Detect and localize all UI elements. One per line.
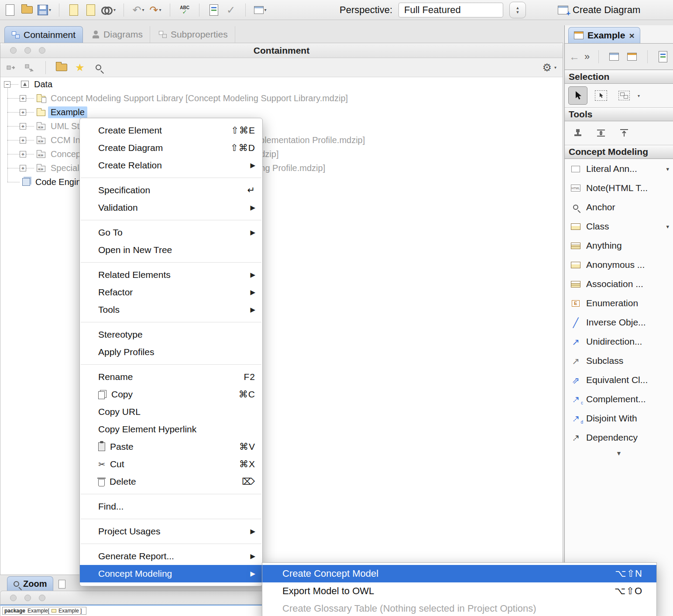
menu-item-delete[interactable]: Delete⌦: [80, 473, 262, 490]
palette-item-unidirectional-association[interactable]: ↗ Unidirection...: [565, 332, 673, 351]
stamp-tool-button[interactable]: [568, 124, 587, 142]
submenu-item-create-concept-model[interactable]: Create Concept Model ⌥⇧N: [262, 565, 656, 582]
spelling-button[interactable]: ABC ✓: [178, 3, 191, 17]
palette-more-button[interactable]: ▼: [565, 447, 673, 459]
marquee-select-button[interactable]: [591, 86, 611, 105]
menu-item-apply-profiles[interactable]: Apply Profiles: [80, 343, 262, 361]
documentation-tab-icon[interactable]: [58, 580, 65, 589]
palette-item-disjoint-with[interactable]: ⇢d Disjoint With: [565, 409, 673, 428]
tree-label[interactable]: Concept Modeling Support Library [Concep…: [48, 92, 350, 104]
tree-row-support-library[interactable]: + Concept Modeling Support Library [Conc…: [0, 91, 563, 105]
menu-item-find[interactable]: Find...: [80, 498, 262, 515]
open-project-button[interactable]: [21, 3, 34, 17]
menu-item-tools[interactable]: Tools▶: [80, 301, 262, 318]
collapse-expander-icon[interactable]: −: [4, 81, 10, 88]
menu-item-open-in-new-tree[interactable]: Open in New Tree: [80, 241, 262, 259]
palette-item-association-class[interactable]: Association ...: [565, 274, 673, 294]
tree-label[interactable]: Data: [31, 79, 55, 90]
menu-item-create-relation[interactable]: Create Relation▶: [80, 157, 262, 174]
tree-row-example[interactable]: + Example: [0, 105, 563, 119]
copy-diagram-button[interactable]: ▾: [254, 3, 267, 17]
commit-check-button[interactable]: ✓: [224, 3, 237, 17]
save-project-button[interactable]: ▾: [38, 3, 51, 17]
menu-item-create-diagram[interactable]: Create Diagram⇧⌘D: [80, 139, 262, 157]
perspective-select[interactable]: Full Featured: [398, 3, 503, 17]
menu-item-go-to[interactable]: Go To▶: [80, 224, 262, 241]
multi-select-button[interactable]: [615, 86, 634, 105]
print-button[interactable]: [67, 3, 80, 17]
tab-subproperties[interactable]: Subproperties: [152, 26, 235, 43]
palette-item-anything[interactable]: Anything: [565, 236, 673, 255]
palette-item-anonymous-class[interactable]: Anonymous ...: [565, 255, 673, 274]
palette-item-anchor[interactable]: Anchor: [565, 198, 673, 217]
menu-item-paste[interactable]: Paste⌘V: [80, 438, 262, 455]
palette-item-dependency[interactable]: ⇢ Dependency: [565, 428, 673, 447]
palette-item-inverse-object-property[interactable]: ╱ Inverse Obje...: [565, 313, 673, 332]
menu-item-rename[interactable]: RenameF2: [80, 368, 262, 386]
tab-example-diagram[interactable]: Example ×: [568, 27, 640, 43]
chevron-down-icon[interactable]: ▾: [666, 166, 669, 172]
back-arrow-icon[interactable]: ←: [569, 51, 580, 62]
redo-button[interactable]: ↷▾: [149, 3, 162, 17]
menu-item-cut[interactable]: ✂Cut⌘X: [80, 455, 262, 473]
show-containment-button[interactable]: [608, 49, 621, 64]
submenu-item-export-model-to-owl[interactable]: Export Model to OWL ⌥⇧O: [262, 582, 656, 600]
close-icon[interactable]: ×: [629, 31, 634, 40]
palette-item-class[interactable]: Class ▾: [565, 217, 673, 236]
palette-item-complement[interactable]: ⇢c Complement...: [565, 390, 673, 409]
diagram-properties-button[interactable]: [625, 49, 639, 64]
palette-item-note-html[interactable]: HTML Note(HTML T...: [565, 178, 673, 198]
menu-item-stereotype[interactable]: Stereotype: [80, 326, 262, 343]
enumeration-icon: E: [569, 300, 582, 307]
gear-icon[interactable]: ⚙: [542, 62, 552, 73]
menu-item-refactor[interactable]: Refactor▶: [80, 284, 262, 301]
menu-item-specification[interactable]: Specification↵: [80, 181, 262, 199]
tab-diagrams[interactable]: Diagrams: [85, 26, 150, 43]
tab-zoom[interactable]: Zoom: [7, 576, 53, 591]
find-button[interactable]: ▾: [101, 3, 116, 17]
palette-item-enumeration[interactable]: E Enumeration: [565, 294, 673, 313]
favorites-button[interactable]: ★: [73, 60, 86, 75]
more-chevrons-icon[interactable]: »: [584, 52, 590, 62]
tab-containment[interactable]: Containment: [4, 26, 83, 43]
menu-item-concept-modeling[interactable]: Concept Modeling▶: [80, 565, 262, 582]
expand-expander-icon[interactable]: +: [20, 95, 26, 102]
menu-item-create-element[interactable]: Create Element⇧⌘E: [80, 122, 262, 139]
menu-item-project-usages[interactable]: Project Usages▶: [80, 523, 262, 540]
distribute-tool-button[interactable]: [591, 124, 611, 142]
create-diagram-button[interactable]: Create Diagram: [573, 4, 640, 16]
palette-item-literal-annotation[interactable]: Literal Ann... ▾: [565, 159, 673, 178]
diagram-panel: Example × ← » Selection ▾ Tools: [564, 25, 673, 616]
menu-item-validation[interactable]: Validation▶: [80, 199, 262, 216]
perspective-stepper[interactable]: ▲ ▼: [509, 2, 526, 18]
menu-item-copy-url[interactable]: Copy URL: [80, 403, 262, 421]
palette-item-subclass[interactable]: ↗ Subclass: [565, 351, 673, 370]
menu-item-generate-report[interactable]: Generate Report...▶: [80, 548, 262, 565]
expand-expander-icon[interactable]: +: [20, 109, 26, 116]
expand-expander-icon[interactable]: +: [20, 165, 26, 171]
validation-button[interactable]: [207, 3, 220, 17]
expand-expander-icon[interactable]: +: [20, 123, 26, 130]
chevron-down-icon[interactable]: ▾: [554, 65, 556, 70]
expand-expander-icon[interactable]: +: [20, 151, 26, 157]
chevron-down-icon[interactable]: ▾: [638, 93, 640, 98]
quick-search-button[interactable]: [92, 60, 105, 75]
diagram-options-button[interactable]: [656, 49, 670, 64]
menu-shortcut: ⇧⌘D: [230, 143, 255, 153]
align-top-tool-button[interactable]: [615, 124, 634, 142]
menu-item-related-elements[interactable]: Related Elements▶: [80, 266, 262, 284]
undo-button[interactable]: ↶▾: [132, 3, 145, 17]
tree-label-selected[interactable]: Example: [48, 106, 87, 118]
create-relation-tree-button[interactable]: [23, 60, 36, 75]
new-project-button[interactable]: [3, 3, 17, 17]
chevron-down-icon[interactable]: ▾: [666, 223, 669, 230]
tree-row-data[interactable]: − Data: [0, 77, 563, 91]
menu-item-copy[interactable]: Copy⌘C: [80, 386, 262, 403]
select-tool-button[interactable]: [568, 86, 587, 105]
menu-item-copy-element-hyperlink[interactable]: Copy Element Hyperlink: [80, 421, 262, 438]
open-in-tree-button[interactable]: [55, 60, 68, 75]
expand-expander-icon[interactable]: +: [20, 137, 26, 144]
print-preview-button[interactable]: [84, 3, 97, 17]
palette-item-equivalent-class[interactable]: ⇗ Equivalent Cl...: [565, 370, 673, 390]
create-element-tree-button[interactable]: [5, 60, 18, 75]
